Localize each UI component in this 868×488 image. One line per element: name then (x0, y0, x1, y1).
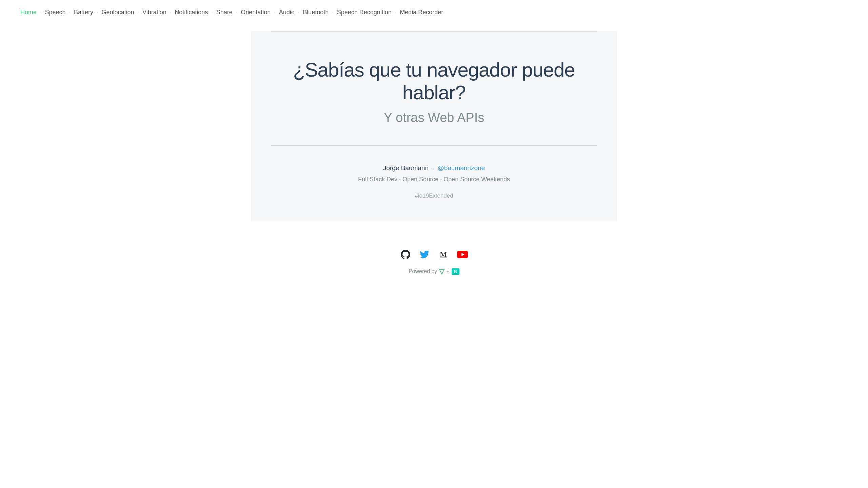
github-icon (401, 250, 410, 259)
navigation: Home · Speech · Battery · Geolocation · … (0, 0, 868, 24)
nav-item-bluetooth[interactable]: Bluetooth (303, 9, 329, 16)
twitter-icon (420, 250, 429, 259)
author-hashtag: #io19Extended (271, 192, 597, 199)
nav-item-orientation[interactable]: Orientation (241, 9, 271, 16)
author-section: Jorge Baumann · @baumannzone Full Stack … (251, 146, 617, 221)
powered-by-text: Powered by (409, 268, 437, 274)
nav-separator-6: · (211, 9, 213, 15)
nav-separator-9: · (298, 9, 299, 15)
vuejs-logo: ▽ (439, 267, 444, 276)
nav-separator-11: · (395, 9, 396, 15)
slide-content: ¿Sabías que tu navegador puede hablar? Y… (251, 32, 617, 145)
social-icons: M (399, 248, 469, 261)
github-link[interactable] (399, 248, 412, 261)
bulma-badge: B (452, 268, 459, 275)
slide-title: ¿Sabías que tu navegador puede hablar? (271, 59, 597, 104)
twitter-link[interactable] (418, 248, 431, 261)
author-name: Jorge Baumann (383, 164, 429, 171)
nav-separator-4: · (138, 9, 139, 15)
nav-item-share[interactable]: Share (216, 9, 233, 16)
nav-separator-5: · (170, 9, 171, 15)
nav-item-media-recorder[interactable]: Media Recorder (400, 9, 443, 16)
nav-item-audio[interactable]: Audio (279, 9, 295, 16)
nav-separator-10: · (332, 9, 333, 15)
footer: M Powered by ▽ + B (0, 235, 868, 286)
medium-link[interactable]: M (437, 248, 450, 261)
nav-separator-8: · (274, 9, 275, 15)
nav-items: Home · Speech · Battery · Geolocation · … (20, 9, 443, 16)
author-line: Jorge Baumann · @baumannzone (271, 164, 597, 172)
nav-separator-1: · (40, 9, 41, 15)
nav-separator-2: · (69, 9, 71, 15)
nav-separator-3: · (97, 9, 98, 15)
author-bio: Full Stack Dev · Open Source · Open Sour… (271, 176, 597, 183)
plus-sign: + (446, 268, 449, 274)
nav-item-notifications[interactable]: Notifications (175, 9, 208, 16)
nav-item-home[interactable]: Home (20, 9, 37, 16)
main-container: ¿Sabías que tu navegador puede hablar? Y… (231, 31, 637, 221)
nav-item-battery[interactable]: Battery (74, 9, 93, 16)
slide-subtitle: Y otras Web APIs (271, 110, 597, 125)
youtube-icon (457, 251, 468, 258)
nav-item-speech[interactable]: Speech (45, 9, 65, 16)
slide-area: ¿Sabías que tu navegador puede hablar? Y… (251, 31, 617, 221)
medium-icon: M (440, 250, 447, 259)
youtube-link[interactable] (456, 248, 469, 261)
nav-item-speech-recognition[interactable]: Speech Recognition (337, 9, 392, 16)
nav-item-geolocation[interactable]: Geolocation (101, 9, 134, 16)
author-twitter-link[interactable]: @baumannzone (437, 164, 485, 171)
nav-item-vibration[interactable]: Vibration (142, 9, 166, 16)
nav-separator-7: · (236, 9, 237, 15)
powered-by: Powered by ▽ + B (409, 267, 459, 276)
